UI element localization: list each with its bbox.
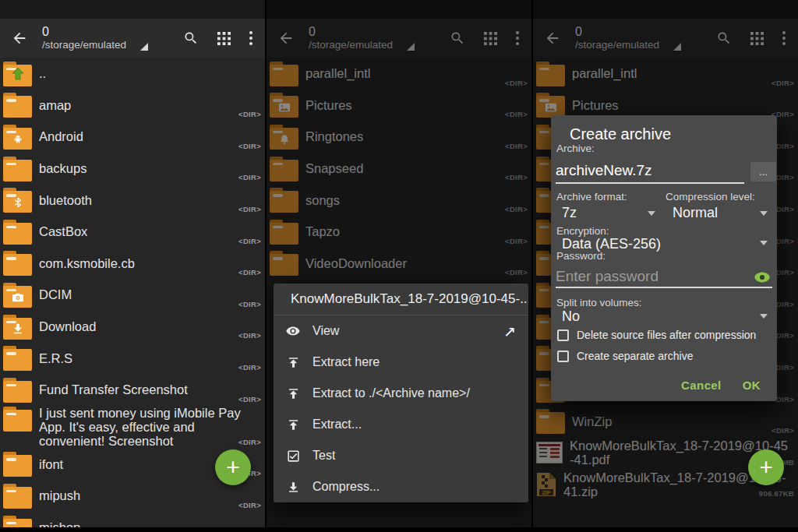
chevron-down-icon bbox=[760, 211, 768, 216]
menu-item-label: Extract to ./<Archive name>/ bbox=[312, 386, 516, 400]
menu-item-label: View bbox=[312, 324, 503, 338]
folder-download-icon bbox=[3, 314, 32, 340]
add-fab-button[interactable]: + bbox=[215, 449, 251, 485]
file-name: bluetooth bbox=[39, 193, 92, 207]
split-select[interactable]: No bbox=[562, 308, 580, 325]
file-row[interactable]: .. bbox=[0, 58, 265, 90]
password-label: Password: bbox=[556, 250, 606, 262]
split-label: Split into volumes: bbox=[556, 297, 642, 308]
file-row[interactable]: Download <DIR> bbox=[0, 311, 265, 343]
level-select[interactable]: Normal bbox=[673, 205, 718, 221]
folder-icon bbox=[3, 377, 32, 403]
panel-create-archive: 0 /storage/emulated parallel_in bbox=[533, 0, 798, 532]
menu-item[interactable]: Extract here bbox=[274, 347, 528, 378]
dialog-title: Create archive bbox=[570, 125, 671, 143]
panel-file-list: 0 /storage/emulated .. bbox=[0, 0, 265, 532]
extract-icon bbox=[284, 416, 302, 433]
file-row[interactable]: amap <DIR> bbox=[0, 90, 265, 122]
test-icon bbox=[284, 447, 302, 464]
file-row[interactable]: E.R.S <DIR> bbox=[0, 342, 265, 374]
folder-camera-icon bbox=[3, 282, 32, 308]
dir-badge: <DIR> bbox=[238, 331, 261, 340]
menu-item[interactable]: View ↗ bbox=[274, 315, 528, 347]
file-name: .. bbox=[39, 66, 46, 80]
menu-item[interactable]: Test bbox=[274, 440, 528, 471]
encryption-label: Encryption: bbox=[556, 225, 609, 237]
file-row[interactable]: Fund Transfer Screenshot <DIR> bbox=[0, 374, 265, 406]
menu-item-label: Compress... bbox=[312, 480, 516, 494]
menu-item-label: Extract... bbox=[312, 417, 516, 432]
file-row[interactable]: I just sent money using iMobile Pay App.… bbox=[0, 406, 265, 449]
ok-button[interactable]: OK bbox=[743, 379, 761, 392]
view-grid-icon[interactable] bbox=[217, 32, 231, 45]
folder-android-icon bbox=[3, 124, 32, 150]
file-context-menu: KnowMoreBulkTax_18-7-2019@10-45-... View… bbox=[274, 284, 528, 502]
menu-item[interactable]: Compress... bbox=[274, 471, 528, 502]
menu-item[interactable]: Extract... bbox=[274, 409, 528, 440]
format-select[interactable]: 7z bbox=[562, 205, 577, 221]
archive-name-input[interactable]: archiveNew.7z bbox=[556, 159, 744, 184]
file-name: DCIM bbox=[39, 287, 72, 301]
archive-label: Archive: bbox=[556, 143, 595, 154]
delete-source-checkbox[interactable]: Delete source files after compression bbox=[557, 329, 756, 341]
file-row[interactable]: backups <DIR> bbox=[0, 153, 265, 185]
search-icon[interactable] bbox=[183, 30, 199, 46]
folder-icon bbox=[3, 345, 32, 371]
file-row[interactable]: mipush <DIR> bbox=[0, 480, 265, 512]
file-row[interactable]: DCIM <DIR> bbox=[0, 279, 265, 311]
chevron-down-icon bbox=[760, 241, 768, 245]
folder-icon bbox=[3, 219, 32, 245]
dir-badge: <DIR> bbox=[238, 205, 261, 213]
folder-icon bbox=[3, 156, 32, 181]
dir-badge: <DIR> bbox=[238, 300, 261, 308]
file-name: backups bbox=[39, 161, 87, 175]
file-row[interactable]: CastBox <DIR> bbox=[0, 216, 265, 248]
dir-badge: <DIR> bbox=[238, 268, 261, 277]
file-name: mipush bbox=[39, 488, 80, 502]
checkbox-icon bbox=[557, 329, 569, 341]
file-name: Android bbox=[39, 129, 83, 143]
chevron-down-icon bbox=[760, 314, 768, 319]
create-archive-dialog: Create archive Archive: archiveNew.7z ..… bbox=[551, 115, 777, 401]
dir-badge: <DIR> bbox=[238, 395, 261, 403]
file-row[interactable]: bluetooth <DIR> bbox=[0, 184, 265, 216]
dir-badge: <DIR> bbox=[238, 501, 261, 509]
dropdown-corner-icon bbox=[140, 43, 148, 51]
file-name: CastBox bbox=[39, 224, 87, 238]
compress-icon bbox=[284, 478, 302, 495]
eye-icon bbox=[284, 322, 302, 340]
path-dropdown[interactable]: 0 /storage/emulated bbox=[42, 25, 148, 51]
folder-icon bbox=[3, 483, 32, 509]
zarchiver-triple-screenshot: 0 /storage/emulated .. bbox=[0, 0, 798, 532]
status-bar bbox=[0, 0, 265, 19]
file-row[interactable]: Android <DIR> bbox=[0, 121, 265, 153]
file-row[interactable]: com.ksmobile.cb <DIR> bbox=[0, 248, 265, 280]
dir-badge: <DIR> bbox=[238, 142, 261, 150]
folder-icon bbox=[3, 451, 32, 477]
file-name: com.ksmobile.cb bbox=[39, 256, 135, 270]
more-options-icon[interactable] bbox=[249, 31, 252, 45]
dir-badge: <DIR> bbox=[238, 110, 261, 118]
password-input[interactable]: Enter password bbox=[556, 266, 772, 288]
show-password-eye-icon[interactable] bbox=[754, 271, 771, 284]
folder-icon bbox=[3, 92, 32, 118]
menu-item-label: Test bbox=[312, 449, 516, 463]
level-label: Compression level: bbox=[666, 191, 755, 203]
back-icon[interactable] bbox=[9, 28, 30, 48]
panel-context-menu: 0 /storage/emulated parallel_in bbox=[267, 0, 531, 532]
menu-item[interactable]: Extract to ./<Archive name>/ bbox=[274, 378, 528, 409]
separate-archive-checkbox[interactable]: Create separate archive bbox=[557, 350, 693, 362]
context-menu-title: KnowMoreBulkTax_18-7-2019@10-45-... bbox=[274, 284, 528, 315]
folder-icon bbox=[3, 250, 32, 276]
checkbox-label: Delete source files after compression bbox=[577, 329, 756, 341]
breadcrumb: /storage/emulated bbox=[42, 39, 126, 51]
file-name: Download bbox=[39, 319, 96, 333]
extract-icon bbox=[284, 385, 302, 402]
browse-button[interactable]: ... bbox=[750, 162, 776, 181]
cancel-button[interactable]: Cancel bbox=[681, 379, 722, 392]
dir-badge: <DIR> bbox=[238, 363, 261, 372]
page-title: 0 bbox=[42, 25, 49, 38]
format-label: Archive format: bbox=[556, 191, 627, 203]
file-name: E.R.S bbox=[39, 351, 72, 365]
add-fab-button[interactable]: + bbox=[748, 449, 784, 485]
